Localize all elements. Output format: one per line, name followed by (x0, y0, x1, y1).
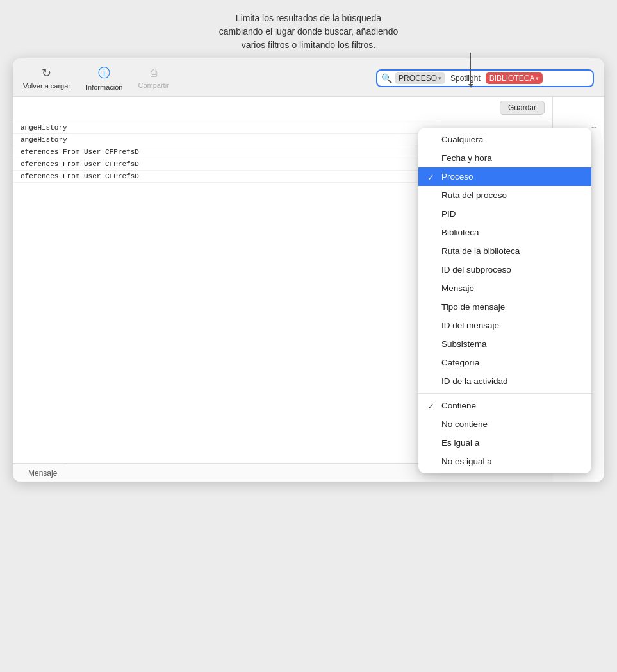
menu-item-ruta-biblioteca[interactable]: Ruta de la biblioteca (418, 242, 591, 260)
menu-item-label: PID (441, 209, 456, 219)
process-chevron: ▾ (438, 75, 441, 81)
save-row: Guardar (13, 97, 552, 119)
library-token-label: BIBLIOTECA (489, 74, 535, 83)
menu-item-fecha-hora[interactable]: Fecha y hora (418, 149, 591, 167)
library-chevron: ▾ (536, 75, 539, 81)
reload-icon: ↻ (42, 66, 51, 80)
library-token[interactable]: BIBLIOTECA ▾ (486, 72, 543, 84)
menu-item-biblioteca[interactable]: Biblioteca (418, 223, 591, 242)
menu-item-label: Fecha y hora (441, 153, 492, 163)
content-area: Guardar angeHistory angeHistory eference… (13, 97, 604, 482)
menu-item-es-igual[interactable]: Es igual a (418, 433, 591, 452)
menu-item-label: Proceso (441, 172, 473, 181)
menu-item-tipo-mensaje[interactable]: Tipo de mensaje (418, 298, 591, 316)
menu-item-categoria[interactable]: Categoría (418, 353, 591, 372)
menu-item-no-contiene[interactable]: No contiene (418, 415, 591, 433)
menu-item-contiene[interactable]: ✓ Contiene (418, 396, 591, 415)
spotlight-token: Spotlight (448, 72, 483, 84)
toolbar: ↻ Volver a cargar ⓘ Información ⎙ Compar… (13, 58, 604, 97)
menu-item-ruta-proceso[interactable]: Ruta del proceso (418, 186, 591, 205)
menu-item-label: Tipo de mensaje (441, 302, 505, 312)
menu-item-label: Biblioteca (441, 228, 479, 237)
menu-item-label: ID del mensaje (441, 321, 499, 330)
reload-button[interactable]: ↻ Volver a cargar (23, 66, 70, 90)
menu-item-label: ID de la actividad (441, 376, 508, 386)
process-token[interactable]: PROCESO ▾ (395, 72, 445, 84)
checkmark-icon: ✓ (427, 401, 434, 410)
menu-item-no-es-igual[interactable]: No es igual a (418, 452, 591, 471)
menu-item-pid[interactable]: PID (418, 205, 591, 223)
process-token-label: PROCESO (399, 74, 437, 83)
menu-item-proceso[interactable]: ✓ Proceso (418, 167, 591, 186)
share-icon: ⎙ (151, 67, 157, 80)
menu-item-mensaje[interactable]: Mensaje (418, 279, 591, 298)
save-button[interactable]: Guardar (500, 101, 545, 115)
menu-item-label: Cualquiera (441, 135, 483, 144)
share-button[interactable]: ⎙ Compartir (138, 67, 169, 89)
info-button[interactable]: ⓘ Información (86, 65, 122, 91)
main-window: ↻ Volver a cargar ⓘ Información ⎙ Compar… (13, 58, 604, 482)
menu-item-id-mensaje[interactable]: ID del mensaje (418, 316, 591, 335)
menu-item-label: Categoría (441, 358, 479, 367)
menu-item-label: No contiene (441, 419, 488, 429)
reload-label: Volver a cargar (23, 82, 70, 90)
right-dash: -- (591, 122, 596, 131)
menu-item-label: Mensaje (441, 283, 474, 293)
menu-item-label: Subsistema (441, 339, 487, 349)
menu-item-cualquiera[interactable]: Cualquiera (418, 130, 591, 149)
checkmark-icon: ✓ (427, 172, 434, 181)
tooltip-pointer-line (470, 53, 471, 85)
menu-item-id-actividad[interactable]: ID de la actividad (418, 372, 591, 391)
menu-item-label: No es igual a (441, 457, 492, 466)
tooltip-text: Limita los resultados de la búsqueda cam… (219, 13, 398, 50)
menu-item-label: Es igual a (441, 438, 479, 448)
search-bar: 🔍 PROCESO ▾ Spotlight BIBLIOTECA ▾ (376, 69, 594, 87)
menu-item-label: Contiene (441, 401, 476, 410)
menu-item-label: ID del subproceso (441, 265, 511, 274)
menu-item-label: Ruta de la biblioteca (441, 246, 520, 256)
tooltip-annotation: Limita los resultados de la búsqueda cam… (0, 0, 617, 58)
menu-item-id-subproceso[interactable]: ID del subproceso (418, 260, 591, 279)
info-icon: ⓘ (98, 65, 110, 81)
menu-separator (418, 393, 591, 394)
bottom-label: Mensaje (21, 466, 65, 480)
menu-item-label: Ruta del proceso (441, 190, 507, 200)
info-label: Información (86, 83, 122, 91)
menu-item-subsistema[interactable]: Subsistema (418, 335, 591, 353)
dropdown-menu: Cualquiera Fecha y hora ✓ Proceso Ruta d… (418, 128, 591, 473)
search-icon: 🔍 (381, 73, 392, 83)
share-label: Compartir (138, 81, 169, 89)
